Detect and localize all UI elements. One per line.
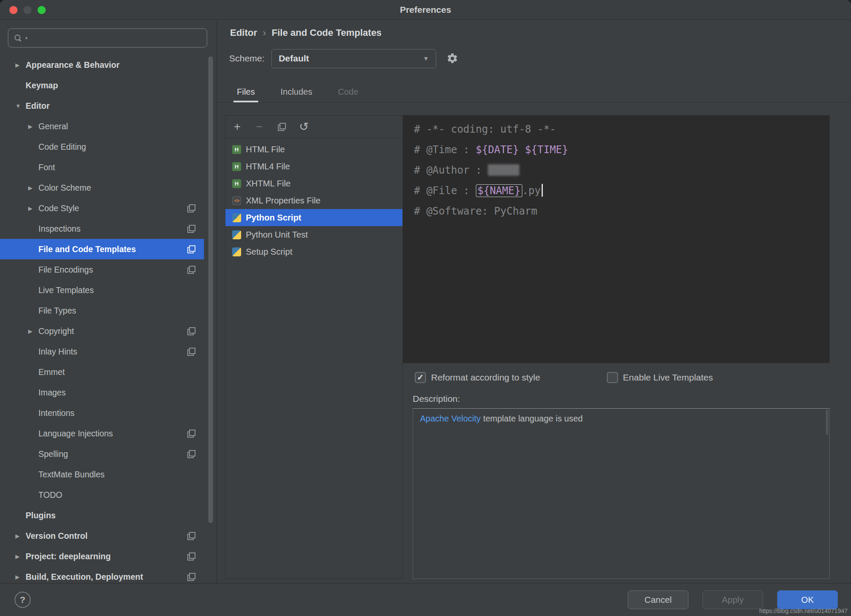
template-item-xhtml-file[interactable]: HXHTML File	[225, 175, 402, 192]
sidebar-item-label: Code Editing	[38, 142, 86, 152]
template-tabs: FilesIncludesCode	[217, 71, 851, 103]
template-item-html-file[interactable]: HHTML File	[225, 141, 402, 158]
scheme-label: Scheme:	[229, 53, 265, 64]
copy-button[interactable]	[271, 116, 293, 138]
tab-code[interactable]: Code	[335, 83, 362, 102]
sidebar-item-intentions[interactable]: Intentions	[0, 403, 204, 423]
sidebar-item-color-scheme[interactable]: ▶Color Scheme	[0, 177, 204, 198]
description-panel: Apache Velocity template language is use…	[413, 408, 830, 579]
scheme-select[interactable]: Default ▼	[271, 49, 436, 68]
sidebar-item-build-execution-deployment[interactable]: ▶Build, Execution, Deployment	[0, 567, 204, 583]
revert-button[interactable]: ↺	[293, 116, 315, 138]
sidebar-item-live-templates[interactable]: Live Templates	[0, 280, 204, 300]
tab-includes[interactable]: Includes	[277, 83, 316, 102]
sidebar-item-inlay-hints[interactable]: Inlay Hints	[0, 341, 204, 362]
project-override-badge-icon	[187, 573, 195, 581]
minimize-window-icon[interactable]	[23, 6, 32, 14]
sidebar-item-keymap[interactable]: Keymap	[0, 75, 204, 96]
chevron-right-icon[interactable]: ▶	[28, 185, 38, 191]
remove-button[interactable]: −	[248, 116, 271, 138]
chevron-right-icon[interactable]: ▶	[28, 328, 38, 334]
close-window-icon[interactable]	[9, 6, 17, 14]
sidebar-item-copyright[interactable]: ▶Copyright	[0, 321, 204, 341]
ok-button[interactable]: OK	[777, 590, 838, 609]
sidebar-item-label: Intentions	[38, 408, 75, 418]
search-input[interactable]: ▾	[8, 28, 207, 48]
template-item-python-unit-test[interactable]: Python Unit Test	[225, 226, 402, 243]
project-override-badge-icon	[187, 204, 195, 212]
sidebar-item-general[interactable]: ▶General	[0, 116, 204, 137]
breadcrumb-parent[interactable]: Editor	[230, 27, 257, 38]
breadcrumb-separator-icon: ›	[263, 27, 266, 39]
chevron-right-icon[interactable]: ▶	[15, 62, 26, 68]
sidebar-item-emmet[interactable]: Emmet	[0, 362, 204, 382]
maximize-window-icon[interactable]	[38, 6, 46, 14]
sidebar-item-spelling[interactable]: Spelling	[0, 444, 204, 464]
title-bar: Preferences	[0, 0, 851, 20]
editor-options: Reformat according to styleEnable Live T…	[403, 369, 830, 386]
chevron-down-icon[interactable]: ▼	[15, 103, 26, 109]
sidebar-item-language-injections[interactable]: Language Injections	[0, 423, 204, 444]
project-override-badge-icon	[187, 245, 195, 253]
sidebar-item-file-encodings[interactable]: File Encodings	[0, 259, 204, 280]
sidebar-item-todo[interactable]: TODO	[0, 485, 204, 505]
chevron-right-icon[interactable]: ▶	[28, 123, 38, 130]
sidebar-item-label: Plugins	[26, 511, 55, 520]
apache-velocity-link[interactable]: Apache Velocity	[420, 414, 481, 423]
window-title: Preferences	[400, 5, 451, 15]
python-file-icon	[232, 230, 241, 239]
apply-button[interactable]: Apply	[702, 590, 763, 609]
help-button[interactable]: ?	[15, 592, 31, 608]
option-reformat-according-to-style[interactable]: Reformat according to style	[415, 372, 540, 383]
option-enable-live-templates[interactable]: Enable Live Templates	[607, 372, 713, 383]
page-title: File and Code Templates	[272, 27, 382, 38]
code-token: ${TIME}	[525, 144, 568, 156]
sidebar-item-label: Emmet	[38, 367, 65, 377]
text-caret	[542, 184, 543, 197]
tab-files[interactable]: Files	[233, 83, 258, 102]
sidebar-item-file-types[interactable]: File Types	[0, 300, 204, 321]
sidebar-item-font[interactable]: Font	[0, 157, 204, 177]
template-item-xml-properties-file[interactable]: <>XML Properties File	[225, 192, 402, 209]
sidebar-item-file-and-code-templates[interactable]: File and Code Templates	[0, 239, 204, 259]
sidebar-scrollbar[interactable]	[208, 56, 213, 523]
sidebar-item-inspections[interactable]: Inspections	[0, 218, 204, 239]
add-button[interactable]: +	[226, 116, 248, 138]
code-line: # @Time : ${DATE} ${TIME}	[414, 139, 830, 160]
sidebar-item-label: Version Control	[26, 531, 87, 541]
html-file-icon: H	[232, 179, 241, 188]
sidebar-item-version-control[interactable]: ▶Version Control	[0, 526, 204, 546]
description-scrollbar[interactable]	[826, 410, 828, 435]
chevron-right-icon[interactable]: ▶	[15, 553, 26, 560]
sidebar-item-code-style[interactable]: ▶Code Style	[0, 198, 204, 218]
chevron-right-icon[interactable]: ▶	[15, 574, 26, 580]
template-item-setup-script[interactable]: Setup Script	[225, 243, 402, 260]
search-history-chevron-icon[interactable]: ▾	[25, 35, 28, 41]
code-line: # -*- coding: utf-8 -*-	[414, 119, 830, 139]
template-item-html4-file[interactable]: HHTML4 File	[225, 158, 402, 175]
scheme-actions-button[interactable]	[446, 52, 458, 64]
sidebar-item-appearance-behavior[interactable]: ▶Appearance & Behavior	[0, 55, 204, 75]
template-item-python-script[interactable]: Python Script	[225, 209, 402, 226]
description-label: Description:	[413, 394, 830, 404]
sidebar-item-textmate-bundles[interactable]: TextMate Bundles	[0, 464, 204, 485]
sidebar-item-label: Copyright	[38, 326, 74, 336]
scheme-row: Scheme: Default ▼	[217, 46, 851, 71]
sidebar-item-plugins[interactable]: Plugins	[0, 505, 204, 526]
remove-icon: −	[256, 120, 263, 134]
template-item-label: Setup Script	[246, 247, 292, 257]
sidebar-item-images[interactable]: Images	[0, 382, 204, 403]
settings-content: Editor › File and Code Templates Scheme:…	[217, 20, 851, 583]
xml-file-icon: <>	[232, 196, 241, 205]
sidebar-item-label: Appearance & Behavior	[26, 60, 119, 70]
chevron-right-icon[interactable]: ▶	[28, 205, 38, 212]
chevron-right-icon[interactable]: ▶	[15, 533, 26, 539]
checkbox-unchecked-icon[interactable]	[607, 372, 618, 383]
checkbox-checked-icon[interactable]	[415, 372, 426, 383]
sidebar-item-editor[interactable]: ▼Editor	[0, 96, 204, 116]
template-editor[interactable]: # -*- coding: utf-8 -*-# @Time : ${DATE}…	[403, 115, 830, 363]
cancel-button[interactable]: Cancel	[628, 590, 688, 609]
sidebar-item-project-deeplearning[interactable]: ▶Project: deeplearning	[0, 546, 204, 567]
project-override-badge-icon	[187, 552, 195, 561]
sidebar-item-code-editing[interactable]: Code Editing	[0, 137, 204, 157]
